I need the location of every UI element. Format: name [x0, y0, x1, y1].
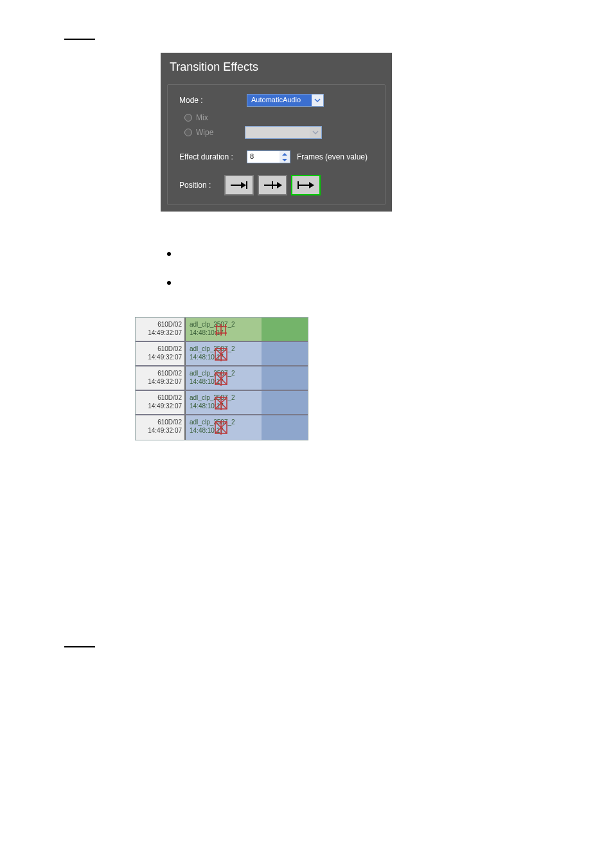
mode-value: AutomaticAudio [247, 95, 312, 106]
clip-left-cell: 610D/0214:49:32:07 [136, 366, 186, 390]
wipe-combobox [245, 126, 322, 139]
transition-effects-panel: Transition Effects Mode : AutomaticAudio… [161, 53, 392, 212]
clip-row[interactable]: 610D/0214:49:32:07adl_clp_2507_214:48:10… [136, 342, 308, 366]
mode-combobox[interactable]: AutomaticAudio [247, 94, 324, 107]
duration-stepper[interactable]: 8 [247, 150, 290, 163]
mix-label: Mix [196, 113, 208, 122]
chevron-down-icon [310, 127, 321, 138]
mix-radio[interactable]: Mix [184, 113, 208, 122]
stepper-spinner[interactable] [280, 151, 290, 163]
position-end-button[interactable] [224, 175, 254, 195]
clip-left-cell: 610D/0214:49:32:07 [136, 391, 186, 414]
clip-right-cell: adl_clp_2507_214:48:10:17 [186, 415, 308, 440]
timeline-clips: 610D/0214:49:32:07adl_clp_2507_214:48:10… [135, 317, 308, 440]
wipe-radio[interactable]: Wipe [184, 128, 238, 137]
row-wipe: Wipe [184, 126, 377, 139]
clip-code: 610D/02 [138, 418, 182, 426]
clip-code: 610D/02 [138, 320, 182, 329]
position-buttons [224, 175, 321, 195]
duration-suffix: Frames (even value) [297, 152, 368, 161]
clip-tc-right: 14:48:10:17 [190, 402, 304, 410]
clip-tc-left: 14:49:32:07 [138, 402, 182, 410]
clip-name: adl_clp_2507_2 [190, 393, 304, 402]
clip-right-cell: adl_clp_2507_214:48:10:17 [186, 366, 308, 390]
clip-tc-right: 14:48:10:17 [190, 353, 304, 361]
position-center-button[interactable] [258, 175, 287, 195]
clip-code: 610D/02 [138, 393, 182, 402]
list-item [167, 250, 549, 256]
list-item [167, 279, 549, 285]
clip-tc-right: 14:48:10:17 [190, 329, 304, 337]
footer-rule [64, 646, 95, 647]
bullet-list [167, 250, 549, 285]
panel-body: Mode : AutomaticAudio Mix Wipe [167, 84, 386, 205]
clip-tc-right: 14:48:10:17 [190, 377, 304, 386]
clip-left-cell: 610D/0214:49:32:07 [136, 415, 186, 440]
clip-tc-left: 14:49:32:07 [138, 426, 182, 435]
mode-label: Mode : [179, 96, 240, 105]
clip-name: adl_clp_2507_2 [190, 418, 304, 426]
row-duration: Effect duration : 8 Frames (even value) [179, 150, 377, 163]
header-rule [64, 39, 95, 40]
clip-row[interactable]: 610D/0214:49:32:07adl_clp_2507_214:48:10… [136, 318, 308, 342]
clip-right-cell: adl_clp_2507_214:48:10:17 [186, 342, 308, 365]
clip-code: 610D/02 [138, 369, 182, 377]
wipe-label: Wipe [196, 128, 213, 137]
row-position: Position : [179, 175, 377, 195]
clip-code: 610D/02 [138, 345, 182, 353]
bullet-icon [167, 252, 171, 256]
position-label: Position : [179, 181, 218, 190]
caret-up-icon[interactable] [280, 151, 290, 157]
row-mix: Mix [184, 113, 377, 122]
clip-name: adl_clp_2507_2 [190, 320, 304, 329]
clip-tc-left: 14:49:32:07 [138, 353, 182, 361]
radio-icon [184, 114, 192, 122]
clip-row[interactable]: 610D/0214:49:32:07adl_clp_2507_214:48:10… [136, 366, 308, 391]
chevron-down-icon[interactable] [312, 95, 323, 106]
duration-value: 8 [247, 151, 280, 163]
caret-down-icon[interactable] [280, 157, 290, 163]
wipe-value [245, 127, 310, 138]
clip-row[interactable]: 610D/0214:49:32:07adl_clp_2507_214:48:10… [136, 391, 308, 415]
clip-left-cell: 610D/0214:49:32:07 [136, 342, 186, 365]
panel-title: Transition Effects [161, 53, 392, 84]
row-mode: Mode : AutomaticAudio [179, 94, 377, 107]
duration-label: Effect duration : [179, 152, 240, 161]
clip-left-cell: 610D/0214:49:32:07 [136, 318, 186, 341]
clip-right-cell: adl_clp_2507_214:48:10:17 [186, 318, 308, 341]
clip-row[interactable]: 610D/0214:49:32:07adl_clp_2507_214:48:10… [136, 415, 308, 440]
clip-name: adl_clp_2507_2 [190, 345, 304, 353]
clip-name: adl_clp_2507_2 [190, 369, 304, 377]
clip-right-cell: adl_clp_2507_214:48:10:17 [186, 391, 308, 414]
radio-icon [184, 129, 192, 136]
clip-tc-right: 14:48:10:17 [190, 426, 304, 435]
clip-tc-left: 14:49:32:07 [138, 329, 182, 337]
clip-tc-left: 14:49:32:07 [138, 377, 182, 386]
position-start-button[interactable] [291, 175, 321, 195]
bullet-icon [167, 281, 171, 285]
